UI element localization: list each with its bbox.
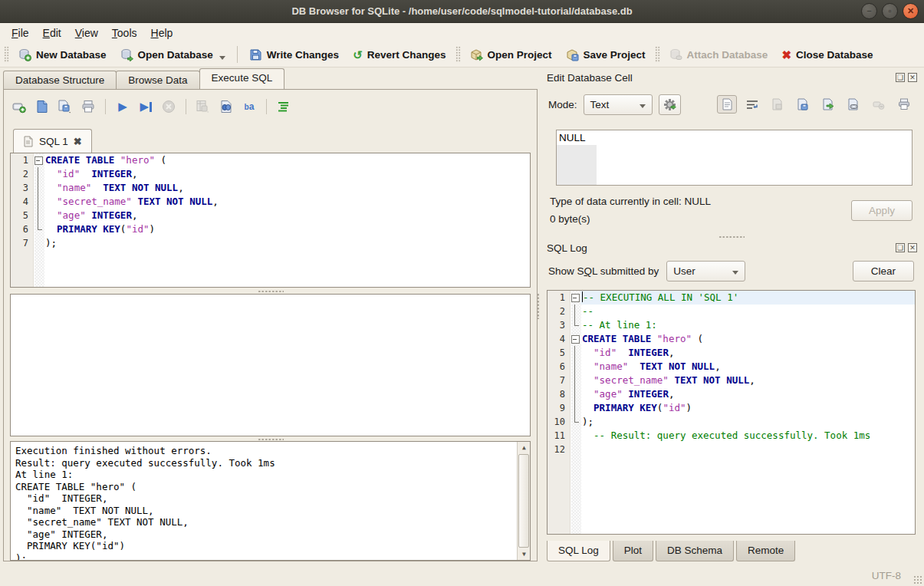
code-line[interactable]: 9 PRIMARY KEY("id"): [547, 401, 915, 415]
code-line[interactable]: 1CREATE TABLE "hero" (: [11, 153, 530, 167]
sql-tab[interactable]: SQL 1 ✖: [13, 129, 92, 153]
code-line[interactable]: 11 -- Result: query executed successfull…: [547, 429, 915, 443]
tab-remote[interactable]: Remote: [736, 541, 795, 561]
save-project-button[interactable]: Save Project: [559, 45, 653, 64]
tab-execute-sql[interactable]: Execute SQL: [199, 68, 285, 89]
sql-tab-close-icon[interactable]: ✖: [74, 136, 82, 147]
write-changes-icon: [249, 48, 262, 61]
code-line[interactable]: 2--: [547, 305, 915, 318]
sql-tab-label: SQL 1: [39, 136, 68, 147]
code-line[interactable]: 8 "age" INTEGER,: [547, 387, 915, 401]
open-tab-icon[interactable]: [12, 99, 27, 114]
scrollbar[interactable]: ▲ ▼: [517, 442, 530, 560]
menu-help[interactable]: Help: [144, 25, 180, 41]
code-line[interactable]: 7 "secret_name" TEXT NOT NULL,: [547, 374, 915, 387]
revert-changes-button[interactable]: ↺ Revert Changes: [346, 46, 452, 64]
scrollbar-thumb[interactable]: [518, 454, 529, 548]
code-line[interactable]: 4 "secret_name" TEXT NOT NULL,: [11, 195, 530, 209]
print-icon[interactable]: [81, 99, 96, 114]
tab-plot[interactable]: Plot: [613, 541, 653, 561]
execution-log-pane[interactable]: Execution finished without errors. Resul…: [10, 441, 531, 561]
open-sql-file-icon[interactable]: [35, 99, 50, 114]
open-database-button[interactable]: Open Database: [113, 45, 232, 64]
edit-cell-dock-header[interactable]: Edit Database Cell ❏ ✕: [547, 71, 917, 84]
minimize-button[interactable]: −: [861, 3, 877, 19]
menu-file[interactable]: File: [5, 25, 36, 41]
save-data-icon[interactable]: [793, 95, 813, 114]
import-data-icon[interactable]: [768, 95, 788, 114]
dock-close-icon[interactable]: ✕: [908, 73, 917, 82]
code-line[interactable]: 5 "id" INTEGER,: [547, 346, 915, 360]
title-bar[interactable]: DB Browser for SQLite - /home/user/code/…: [0, 0, 924, 23]
find-replace-icon[interactable]: [219, 99, 234, 114]
scroll-up-icon[interactable]: ▲: [518, 442, 530, 453]
link-icon[interactable]: [843, 95, 863, 114]
stop-icon[interactable]: [161, 99, 176, 114]
sql-log-title: SQL Log: [547, 242, 587, 254]
menu-edit[interactable]: Edit: [36, 25, 68, 41]
maximize-button[interactable]: ▫: [882, 3, 898, 19]
code-line[interactable]: 1-- EXECUTING ALL IN 'SQL 1': [547, 291, 915, 305]
sql-log-editor[interactable]: 1-- EXECUTING ALL IN 'SQL 1'2--3-- At li…: [547, 290, 916, 535]
apply-button-label: Apply: [869, 205, 895, 216]
code-line[interactable]: 3 "name" TEXT NOT NULL,: [11, 181, 530, 195]
execute-all-icon[interactable]: ▶: [115, 99, 130, 114]
code-line[interactable]: 7);: [11, 236, 530, 250]
dock-float-icon[interactable]: ❏: [896, 243, 905, 252]
tab-db-schema[interactable]: DB Schema: [656, 541, 734, 561]
toolbar-grip[interactable]: [455, 46, 461, 63]
chevron-down-icon: [640, 104, 646, 108]
code-line[interactable]: 12: [547, 443, 915, 456]
cell-value: NULL: [559, 132, 586, 143]
close-button[interactable]: ✕: [903, 3, 919, 19]
sql-log-filter-select[interactable]: User: [666, 261, 745, 281]
save-sql-file-icon[interactable]: [58, 99, 73, 114]
resize-grip[interactable]: [913, 575, 922, 584]
dock-splitter-handle[interactable]: [718, 235, 745, 239]
cell-value-editor[interactable]: NULL: [556, 130, 912, 186]
code-line[interactable]: 4CREATE TABLE "hero" (: [547, 332, 915, 346]
code-line[interactable]: 3-- At line 1:: [547, 318, 915, 332]
menu-view[interactable]: View: [68, 25, 105, 41]
new-database-button[interactable]: New Database: [12, 45, 113, 64]
scroll-down-icon[interactable]: ▼: [518, 548, 530, 560]
word-wrap-icon[interactable]: [742, 95, 762, 114]
splitter-handle[interactable]: [258, 290, 284, 293]
open-project-button[interactable]: Open Project: [463, 45, 559, 64]
save-results-icon[interactable]: [196, 99, 211, 114]
sql-log-filter-value: User: [673, 265, 695, 277]
sql-editor[interactable]: 1CREATE TABLE "hero" (2 "id" INTEGER,3 "…: [10, 153, 531, 288]
results-grid-pane[interactable]: [10, 294, 531, 436]
code-line[interactable]: 6 "name" TEXT NOT NULL,: [547, 360, 915, 374]
print-cell-icon[interactable]: [894, 95, 914, 114]
attach-database-button[interactable]: Attach Database: [663, 45, 775, 64]
sql-log-dock-header[interactable]: SQL Log ❏ ✕: [547, 241, 917, 255]
open-project-icon: [470, 48, 483, 61]
auto-switch-mode-button[interactable]: [659, 94, 681, 115]
code-line[interactable]: 2 "id" INTEGER,: [11, 167, 530, 181]
toolbar-grip[interactable]: [655, 46, 660, 63]
tab-browse-data[interactable]: Browse Data: [116, 71, 199, 89]
chevron-down-icon: [732, 271, 738, 275]
text-mode-icon[interactable]: [717, 95, 737, 114]
write-changes-button[interactable]: Write Changes: [242, 45, 346, 64]
close-database-button[interactable]: ✖ Close Database: [774, 46, 880, 64]
tab-sql-log[interactable]: SQL Log: [547, 541, 610, 561]
code-line[interactable]: 6 PRIMARY KEY("id"): [11, 222, 530, 236]
mode-select[interactable]: Text: [584, 94, 653, 115]
menu-tools[interactable]: Tools: [105, 25, 144, 41]
apply-button[interactable]: Apply: [851, 200, 912, 221]
format-sql-icon[interactable]: [276, 99, 291, 114]
open-database-dropdown-caret[interactable]: [219, 56, 225, 60]
export-data-icon[interactable]: [818, 95, 838, 114]
auto-completion-icon[interactable]: ba: [242, 99, 257, 114]
code-line[interactable]: 5 "age" INTEGER,: [11, 209, 530, 222]
dock-close-icon[interactable]: ✕: [908, 243, 917, 252]
code-line[interactable]: 10);: [547, 415, 915, 429]
toolbar-grip[interactable]: [4, 46, 9, 63]
execute-line-icon[interactable]: ▶: [138, 99, 153, 114]
dock-float-icon[interactable]: ❏: [896, 73, 905, 82]
set-null-icon[interactable]: [869, 95, 889, 114]
tab-database-structure[interactable]: Database Structure: [3, 71, 117, 89]
clear-log-button[interactable]: Clear: [853, 261, 914, 281]
